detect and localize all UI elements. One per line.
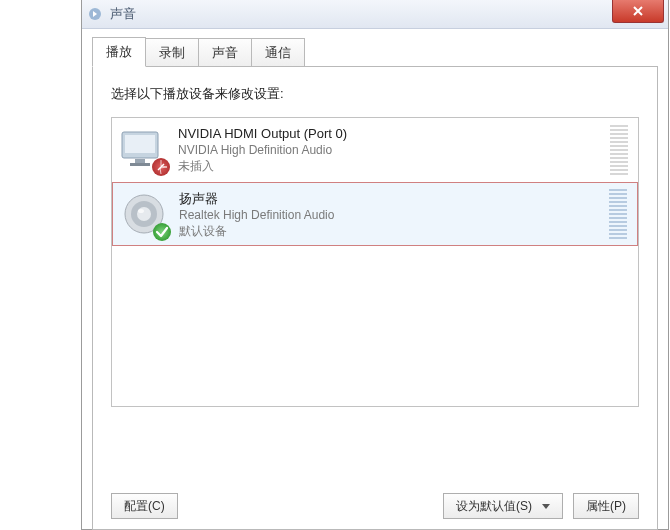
configure-button[interactable]: 配置(C) (111, 493, 178, 519)
device-text: 扬声器 Realtek High Definition Audio 默认设备 (179, 189, 609, 239)
tab-sounds[interactable]: 声音 (198, 38, 252, 67)
device-driver: NVIDIA High Definition Audio (178, 142, 610, 158)
set-default-label: 设为默认值(S) (456, 498, 532, 515)
svg-rect-2 (125, 135, 155, 153)
device-status: 默认设备 (179, 223, 609, 239)
close-button[interactable] (612, 0, 664, 23)
button-row: 配置(C) 设为默认值(S) 属性(P) (111, 493, 639, 519)
svg-point-8 (138, 209, 144, 213)
tab-strip: 播放 录制 声音 通信 (92, 37, 658, 67)
tab-communications[interactable]: 通信 (251, 38, 305, 67)
tab-recording[interactable]: 录制 (145, 38, 199, 67)
device-driver: Realtek High Definition Audio (179, 207, 609, 223)
chevron-down-icon (542, 504, 550, 509)
device-item[interactable]: NVIDIA HDMI Output (Port 0) NVIDIA High … (112, 118, 638, 182)
default-badge-icon (153, 223, 171, 241)
app-icon (86, 5, 104, 23)
unplugged-badge-icon (152, 158, 170, 176)
device-item[interactable]: 扬声器 Realtek High Definition Audio 默认设备 (112, 182, 638, 246)
level-meter (610, 125, 628, 175)
properties-button[interactable]: 属性(P) (573, 493, 639, 519)
svg-point-7 (137, 207, 151, 221)
titlebar[interactable]: 声音 (82, 0, 668, 29)
instruction-text: 选择以下播放设备来修改设置: (111, 85, 639, 103)
client-area: 播放 录制 声音 通信 选择以下播放设备来修改设置: (82, 29, 668, 530)
close-icon (632, 5, 644, 17)
device-name: NVIDIA HDMI Output (Port 0) (178, 126, 610, 142)
sound-dialog: 声音 播放 录制 声音 通信 选择以下播放设备来修改设置: (81, 0, 669, 530)
device-status: 未插入 (178, 158, 610, 174)
device-text: NVIDIA HDMI Output (Port 0) NVIDIA High … (178, 124, 610, 174)
speaker-icon (119, 189, 169, 239)
level-meter (609, 189, 627, 239)
device-list[interactable]: NVIDIA HDMI Output (Port 0) NVIDIA High … (111, 117, 639, 407)
monitor-icon (118, 124, 168, 174)
svg-rect-3 (135, 159, 145, 163)
tab-panel: 选择以下播放设备来修改设置: (92, 66, 658, 530)
svg-rect-4 (130, 163, 150, 166)
window-title: 声音 (110, 5, 136, 23)
tab-playback[interactable]: 播放 (92, 37, 146, 67)
device-name: 扬声器 (179, 191, 609, 207)
set-default-button[interactable]: 设为默认值(S) (443, 493, 563, 519)
